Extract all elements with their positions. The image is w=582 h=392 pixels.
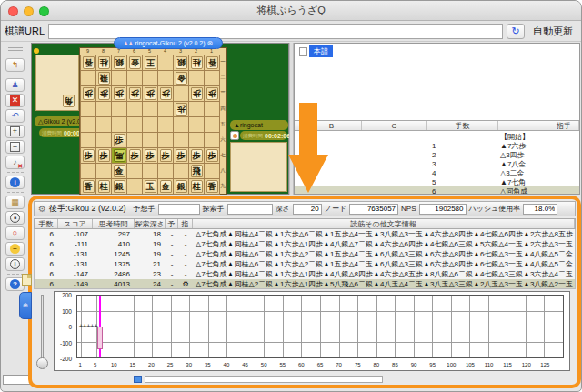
minimize-window-button[interactable] — [24, 6, 34, 16]
slider-thumb[interactable] — [36, 357, 48, 369]
board-square[interactable] — [96, 164, 112, 179]
board-square[interactable] — [205, 133, 220, 148]
board-square[interactable] — [81, 71, 96, 86]
board-square[interactable] — [127, 133, 143, 148]
nodes-input[interactable] — [349, 204, 398, 215]
board-square[interactable] — [112, 71, 127, 86]
record-button[interactable]: ○ — [5, 226, 25, 240]
col-score[interactable]: スコア — [58, 219, 93, 228]
kifu-col-move[interactable]: 指手 — [498, 121, 579, 130]
engine-panel-tab[interactable]: ⊕ — [19, 292, 32, 319]
board-square[interactable]: 歩 — [205, 148, 220, 164]
analysis-row[interactable]: 6-131124519--△7七角成▲同桂△6二銀▲1六歩△2二銀▲1五歩△4二… — [35, 249, 575, 259]
board-square[interactable] — [174, 133, 189, 148]
analysis-row[interactable]: 6-11141019--△7七角成▲同桂△4二銀▲1六歩△1四歩▲4八銀△7二銀… — [35, 239, 575, 249]
board-square[interactable] — [189, 117, 205, 133]
nps-input[interactable] — [419, 204, 467, 215]
board-square[interactable]: 歩 — [96, 148, 112, 164]
board-square[interactable] — [143, 117, 158, 133]
board-square[interactable] — [205, 102, 220, 117]
board-square[interactable] — [158, 117, 174, 133]
kifu-row[interactable]: 1▲7六歩 — [295, 141, 579, 150]
kifu-tree-node[interactable]: 本譜 — [299, 45, 333, 57]
board-square[interactable]: 桂 — [189, 179, 205, 195]
board-square[interactable] — [143, 102, 158, 117]
board-square[interactable] — [112, 102, 127, 117]
board-square[interactable] — [81, 117, 96, 133]
kifu-row[interactable]: 6△同角成 — [295, 186, 579, 194]
board-square[interactable] — [143, 71, 158, 86]
board-square[interactable] — [127, 179, 143, 195]
close-icon[interactable]: ⊗ — [207, 39, 214, 47]
board-square[interactable] — [174, 117, 189, 133]
board-square[interactable]: 飛 — [96, 71, 112, 86]
board-square[interactable]: 歩 — [189, 86, 205, 102]
col-think-time[interactable]: 思考時間 — [93, 219, 135, 228]
board-square[interactable]: 銀 — [174, 55, 189, 71]
board-square[interactable] — [127, 71, 143, 86]
board-square[interactable] — [189, 102, 205, 117]
board-square[interactable]: 歩 — [143, 86, 158, 102]
graph-scroll-button[interactable] — [134, 376, 142, 383]
auto-update-button[interactable]: 自動更新 — [528, 25, 577, 38]
sente-piece-stand[interactable] — [230, 142, 287, 192]
toolbar-grip[interactable] — [8, 45, 23, 51]
mute-button[interactable]: ♪✕ — [5, 156, 25, 169]
board-square[interactable]: 歩 — [96, 86, 112, 102]
board-square[interactable]: 歩 — [143, 148, 158, 164]
delete-button[interactable]: ✕ — [5, 94, 25, 107]
kifu-url-input[interactable] — [48, 24, 503, 39]
board-square[interactable]: 歩 — [81, 148, 96, 164]
board-square[interactable]: 歩 — [127, 148, 143, 164]
close-window-button[interactable] — [8, 6, 18, 16]
board-square[interactable] — [96, 102, 112, 117]
board-square[interactable]: 馬 — [112, 148, 127, 164]
board-square[interactable] — [189, 133, 205, 148]
kifu-row[interactable]: 2△3四歩 — [295, 150, 579, 159]
board-square[interactable]: 歩 — [205, 86, 220, 102]
board-square[interactable]: 歩 — [158, 148, 174, 164]
kifu-row[interactable]: 4△3二金 — [295, 168, 579, 177]
zoom-window-button[interactable] — [39, 6, 49, 16]
board-square[interactable]: 金 — [127, 55, 143, 71]
piece-button[interactable]: ♟ — [5, 78, 25, 92]
snapshot-button[interactable]: ▦ — [5, 196, 25, 209]
kifu-row[interactable]: 5▲7七角 — [295, 177, 579, 186]
board-square[interactable]: 玉 — [143, 179, 158, 195]
col-expected[interactable]: 予 — [166, 219, 178, 228]
analysis-row[interactable]: 6-147248623--△7七角成▲同桂△4二銀▲1六歩△1四歩▲4八銀△8四… — [35, 269, 575, 279]
analysis-row[interactable]: 6-131137521--△7七角成▲同桂△6二銀▲1六歩△2二銀▲1五歩△4二… — [35, 259, 575, 269]
branch-button[interactable]: ↰ — [5, 58, 25, 72]
game-tab[interactable]: ♟♟ ringocat-Gikou 2 (v2.0.2) ⊗ — [114, 37, 223, 49]
board-square[interactable] — [127, 164, 143, 179]
board-square[interactable] — [158, 55, 174, 71]
board-square[interactable]: 歩 — [127, 86, 143, 102]
board-square[interactable] — [127, 117, 143, 133]
board-square[interactable]: 金 — [112, 164, 127, 179]
board-square[interactable]: 桂 — [96, 179, 112, 195]
board-square[interactable] — [143, 164, 158, 179]
board-square[interactable] — [96, 133, 112, 148]
board-square[interactable]: 歩 — [189, 148, 205, 164]
board-square[interactable]: 香 — [205, 55, 220, 71]
undo-button[interactable]: ↶ — [5, 109, 25, 123]
board-square[interactable]: 飛 — [189, 164, 205, 179]
board-square[interactable] — [158, 133, 174, 148]
board-square[interactable] — [81, 102, 96, 117]
pause-button[interactable]: ‖ — [5, 257, 25, 271]
board-square[interactable]: 王 — [143, 55, 158, 71]
board-square[interactable]: 歩 — [174, 148, 189, 164]
board-square[interactable]: 歩 — [174, 102, 189, 117]
board-square[interactable] — [81, 164, 96, 179]
refresh-button[interactable]: ↻ — [507, 24, 525, 39]
board-square[interactable] — [174, 86, 189, 102]
board-square[interactable] — [81, 133, 96, 148]
analysis-row[interactable]: 6-10729718--△7七角成▲同桂△4二銀▲1六歩△6二銀▲1五歩△4一玉… — [35, 229, 575, 239]
board-square[interactable] — [143, 133, 158, 148]
board-square[interactable]: 歩 — [112, 86, 127, 102]
note-tab-icon[interactable] — [22, 274, 32, 286]
board-square[interactable] — [158, 71, 174, 86]
board-square[interactable] — [189, 71, 205, 86]
search-move-input[interactable] — [227, 204, 273, 215]
board-square[interactable]: 香 — [81, 55, 96, 71]
